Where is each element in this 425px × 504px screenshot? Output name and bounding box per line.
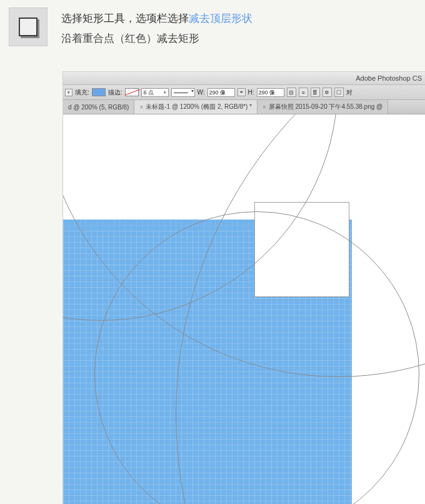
arrange-button[interactable]: ≣ [311, 88, 320, 97]
shape-mode-dropdown[interactable]: ▾ [65, 89, 72, 96]
tab-document-2[interactable]: × 未标题-1 @ 1200% (椭圆 2, RGB/8*) * [134, 100, 258, 114]
align-edges-checkbox[interactable]: ☐ [334, 88, 344, 97]
titlebar: Adobe Photoshop CS [63, 72, 425, 85]
stroke-style-dropdown[interactable] [171, 88, 195, 97]
tab-document-3[interactable]: × 屏幕快照 2015-09-20 下午4.55.38.png @ [258, 100, 388, 114]
fill-label: 填充: [75, 88, 89, 97]
photoshop-window: Adobe Photoshop CS ▾ 填充: 描边: 6 点▾ W: 290… [63, 72, 425, 504]
instruction-line2: 沿着重合点（红色）减去矩形 [61, 29, 252, 49]
close-icon[interactable]: × [262, 104, 266, 111]
fill-swatch[interactable] [92, 88, 106, 96]
instruction-highlight: 减去顶层形状 [189, 13, 252, 24]
options-bar: ▾ 填充: 描边: 6 点▾ W: 290 像 ⚭ H: 290 像 ⊟ ≡ ≣… [63, 85, 425, 100]
tabs-bar: d @ 200% (5, RGB/8) × 未标题-1 @ 1200% (椭圆 … [63, 100, 425, 114]
instruction-text: 选择矩形工具，选项栏选择减去顶层形状 沿着重合点（红色）减去矩形 [61, 8, 252, 49]
rectangle-tool-icon [9, 8, 48, 46]
align-edges-label: 对 [346, 88, 352, 97]
tab-label: 未标题-1 @ 1200% (椭圆 2, RGB/8*) * [146, 103, 252, 111]
height-input[interactable]: 290 像 [257, 88, 284, 97]
app-title: Adobe Photoshop CS [356, 74, 422, 82]
stroke-width-input[interactable]: 6 点▾ [141, 88, 169, 97]
stroke-swatch[interactable] [125, 88, 139, 96]
link-wh-icon[interactable]: ⚭ [238, 88, 246, 96]
w-label: W: [198, 89, 205, 96]
stroke-label: 描边: [108, 88, 122, 97]
tab-label: 屏幕快照 2015-09-20 下午4.55.38.png @ [269, 103, 382, 111]
canvas-area[interactable] [63, 114, 425, 504]
align-button[interactable]: ≡ [299, 88, 308, 97]
gear-icon[interactable]: ✲ [322, 88, 332, 97]
rectangle-icon-inner [19, 18, 38, 36]
h-label: H: [248, 89, 254, 96]
close-icon[interactable]: × [139, 104, 143, 111]
tab-document-1[interactable]: d @ 200% (5, RGB/8) [63, 100, 134, 114]
tab-label: d @ 200% (5, RGB/8) [68, 104, 129, 111]
width-input[interactable]: 290 像 [208, 88, 235, 97]
instruction-line1-prefix: 选择矩形工具，选项栏选择 [61, 13, 189, 24]
path-op-button[interactable]: ⊟ [287, 88, 296, 97]
